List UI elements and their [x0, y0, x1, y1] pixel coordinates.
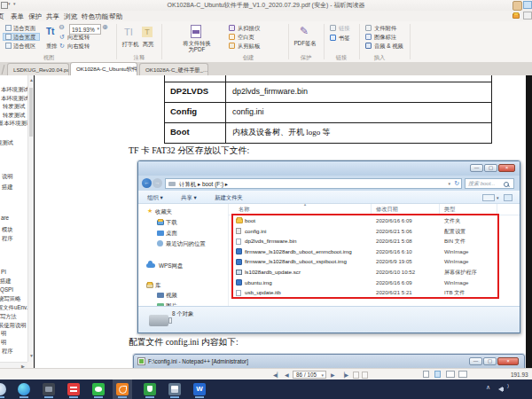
taskbar-icon-wechat[interactable] [92, 383, 105, 395]
maximize-button[interactable]: ▢ [484, 164, 497, 172]
taskbar-icon-wps[interactable]: W [193, 383, 206, 395]
search-box[interactable]: 搜索 boot... [465, 178, 514, 189]
tab-lsdkug[interactable]: LSDKUG_Rev20.04.pdf [7, 63, 69, 75]
last-page-button[interactable]: ▕▶ [340, 372, 348, 378]
bookmark-item[interactable]: 明 [1, 330, 6, 338]
taskbar-icon-edge[interactable] [18, 383, 30, 395]
notepad-close-button[interactable]: × [497, 357, 519, 365]
menu-item-share[interactable]: 共享 [46, 12, 59, 21]
new-folder-button[interactable]: 新建文件夹 [215, 194, 243, 202]
zoom-out-icon[interactable]: ⊖ [59, 24, 65, 32]
tray-chevron-icon[interactable]: ∧ [486, 384, 490, 391]
menu-item-form[interactable]: 表单 [11, 12, 24, 21]
nav-wps[interactable]: WPS网盘 [159, 262, 183, 269]
preview-pane-button[interactable] [504, 194, 512, 201]
scroll-thumb[interactable] [29, 88, 33, 137]
first-page-button[interactable]: ◀▏ [273, 372, 281, 378]
notepad-minimize-button[interactable]: — [469, 357, 482, 365]
single-page-view-icon[interactable] [423, 371, 429, 378]
views-button[interactable] [482, 194, 495, 201]
link-button[interactable]: 链接 [339, 26, 350, 32]
image-annotation-button[interactable]: 图像标注 [374, 35, 396, 41]
taskbar-icon-red-app[interactable] [67, 383, 80, 395]
bookmark-item[interactable]: 烧写策略 [0, 295, 20, 303]
bookmarks-vscrollbar[interactable]: ▲ ▼ [27, 75, 34, 362]
menu-item-help[interactable]: 帮助 [109, 12, 122, 21]
hand-tool-icon[interactable] [512, 1, 522, 11]
taskbar-icon-files[interactable] [43, 383, 55, 395]
recent-folder-icon[interactable] [512, 13, 520, 19]
rotate-left-button[interactable]: 向左旋转 [67, 35, 90, 41]
bookmark-item[interactable]: 搭建 [2, 184, 13, 192]
address-caret-icon[interactable]: ▾ [448, 182, 450, 187]
tab-ubuntu-manual-active[interactable]: OK1028A-C_Ubuntu软件... × [70, 62, 137, 75]
blank-page-button[interactable]: 空白页 [238, 35, 254, 41]
menu-item-partial[interactable]: 页 [0, 12, 4, 21]
highlight-button[interactable]: 高亮 [140, 41, 156, 47]
bookmark-item[interactable]: 本环境测试 [1, 95, 27, 103]
taskbar-icon-security[interactable] [144, 383, 156, 395]
refresh-icon[interactable]: ↻ [454, 180, 459, 187]
address-bar[interactable]: 计算机 ▸ boot (F:) ▸ ▾ ↻ [165, 178, 462, 189]
audio-video-button[interactable]: 音频 & 视频 [374, 43, 403, 50]
nav-recent[interactable]: 最近访问的位置 [166, 240, 206, 246]
continuous-facing-view-icon[interactable] [458, 371, 467, 378]
column-header-date[interactable]: 修改日期 [376, 206, 398, 214]
bookmark-item[interactable]: 转发测试 [3, 103, 25, 111]
bookmark-item[interactable]: 程序 [2, 348, 13, 356]
tab-hardware-manual[interactable]: OK1028A-C_硬件手册_... [139, 63, 208, 75]
views-caret-icon[interactable]: ▾ [497, 195, 499, 200]
tab-close-icon[interactable]: × [130, 66, 134, 71]
organize-button[interactable]: 组织 ▾ [147, 194, 163, 202]
taskbar-icon-calculator[interactable] [168, 383, 181, 395]
typewriter-button[interactable]: 打字机 [121, 41, 140, 47]
column-header-type[interactable]: 类型 [444, 206, 455, 214]
bookmark-item[interactable]: 说明 [2, 173, 13, 181]
bookmark-item[interactable]: 境测试 [0, 139, 13, 147]
facing-view-icon[interactable] [446, 371, 455, 378]
nav-downloads[interactable]: 下载 [166, 219, 177, 225]
forward-icon[interactable]: → [153, 178, 162, 188]
bookmark-item[interactable]: 写方法 [0, 313, 17, 321]
bookmark-item[interactable]: 转发测试 [3, 112, 25, 120]
nav-desktop[interactable]: 桌面 [166, 230, 177, 236]
menu-item-features[interactable]: 特色功能 [82, 12, 108, 21]
bookmark-item[interactable]: 程序 [2, 235, 13, 243]
bookmark-item[interactable]: PI [1, 269, 6, 275]
close-button[interactable]: × [498, 164, 515, 172]
file-attachment-button[interactable]: 文件附件 [374, 26, 396, 32]
page-number-box[interactable]: 86 / 105 ▾ [293, 371, 326, 379]
bookmark-item[interactable]: QSPI [0, 286, 13, 293]
minimize-button[interactable]: — [470, 164, 483, 172]
nav-videos[interactable]: 视频 [166, 292, 177, 298]
rotate-right-button[interactable]: 向右旋转 [67, 43, 90, 50]
convert-pdf-button[interactable]: 将文件转换为PDF [182, 40, 212, 52]
nav-favorites[interactable]: 收藏夹 [155, 208, 172, 215]
bookmarks-hscrollbar[interactable]: ▶ [0, 362, 27, 368]
continuous-view-icon[interactable] [434, 371, 441, 378]
next-page-button[interactable]: ▶ [331, 372, 335, 378]
prev-page-button[interactable]: ◀ [285, 372, 289, 378]
select-tool-icon[interactable] [523, 1, 532, 9]
bookmark-item[interactable]: 明 [1, 339, 6, 347]
share-button[interactable]: 共享 ▾ [181, 194, 197, 202]
from-scanner-button[interactable]: 从扫描仪 [238, 26, 260, 32]
column-header-name[interactable]: 名称 [239, 206, 249, 214]
cut-icon[interactable] [523, 12, 532, 20]
back-icon[interactable]: ← [142, 178, 152, 188]
menu-item-browse[interactable]: 浏览 [64, 12, 77, 21]
zoom-in-icon[interactable]: ⊕ [102, 24, 108, 32]
from-clipboard-button[interactable]: 从剪贴板 [238, 43, 260, 50]
volume-icon[interactable] [498, 387, 503, 392]
bookmark-item[interactable]: 装使用说明 [0, 322, 26, 330]
bookmark-item[interactable]: 模块 [2, 226, 13, 234]
bookmark-item[interactable]: 本环境测试 [1, 86, 27, 94]
nav-libraries[interactable]: 库 [155, 282, 160, 288]
prev-view-icon[interactable] [353, 372, 359, 379]
next-view-icon[interactable] [362, 372, 368, 379]
fit-area-button[interactable]: 适合视区 [13, 43, 35, 51]
fit-width-button[interactable]: 适合宽度 [13, 35, 35, 43]
bookmark-item[interactable]: are [1, 215, 9, 221]
reflow-button[interactable]: 重排 [46, 43, 58, 50]
bookmark-item[interactable]: 置文件uEnv.txt [0, 304, 27, 312]
